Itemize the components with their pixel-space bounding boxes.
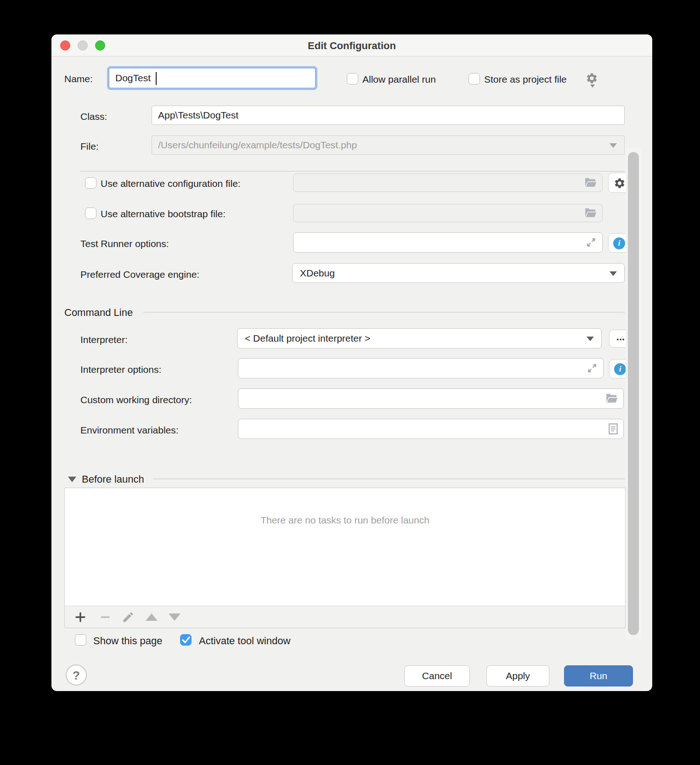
command-line-section-label: Command Line [64, 307, 133, 319]
apply-button[interactable]: Apply [486, 665, 549, 686]
before-launch-collapse-arrow[interactable] [68, 477, 76, 482]
file-combobox: /Users/chunfeilung/example/tests/DogTest… [152, 135, 625, 155]
class-value: App\Tests\DogTest [158, 110, 238, 121]
before-launch-section-label: Before launch [82, 473, 144, 485]
before-launch-section-line [153, 478, 625, 479]
use-alt-bootstrap-label: Use alternative bootstrap file: [101, 208, 226, 219]
interpreter-options-input[interactable] [238, 358, 604, 378]
move-task-up-button[interactable] [146, 613, 158, 626]
store-as-project-file-checkbox[interactable] [469, 73, 480, 84]
text-caret [156, 72, 157, 85]
file-value: /Users/chunfeilung/example/tests/DogTest… [158, 140, 357, 151]
interpreter-options-label: Interpreter options: [80, 364, 161, 375]
alt-bootstrap-path-input [293, 204, 603, 222]
interpreter-value: < Default project interpreter > [245, 333, 370, 344]
dropdown-arrow-icon [587, 337, 594, 341]
before-launch-task-list[interactable]: There are no tasks to run before launch [64, 488, 626, 628]
scrollbar-thumb[interactable] [628, 152, 639, 635]
allow-parallel-run-label: Allow parallel run [362, 74, 436, 85]
coverage-engine-dropdown[interactable]: XDebug [292, 263, 625, 283]
expand-field-icon[interactable] [586, 362, 598, 374]
task-list-toolbar [65, 606, 625, 628]
info-icon: i [613, 237, 625, 249]
show-this-page-label: Show this page [93, 635, 162, 647]
dialog-title: Edit Configuration [51, 40, 652, 52]
edit-task-button[interactable] [122, 611, 135, 624]
class-input[interactable]: App\Tests\DogTest [152, 106, 625, 125]
environment-variables-label: Environment variables: [80, 425, 179, 436]
coverage-engine-label: Preferred Coverage engine: [80, 269, 199, 280]
activate-tool-window-checkbox[interactable] [180, 634, 192, 646]
name-input[interactable]: DogTest [109, 68, 316, 88]
working-directory-label: Custom working directory: [80, 394, 192, 405]
open-folder-icon[interactable] [584, 177, 597, 188]
help-button[interactable]: ? [66, 664, 87, 686]
class-label: Class: [80, 111, 107, 122]
coverage-engine-value: XDebug [300, 268, 335, 279]
expand-field-icon[interactable] [585, 236, 597, 248]
chevron-down-icon [590, 84, 595, 88]
test-runner-options-input[interactable] [293, 232, 603, 253]
interpreter-dropdown[interactable]: < Default project interpreter > [237, 328, 602, 349]
alt-configuration-path-input [293, 174, 603, 192]
open-folder-icon[interactable] [605, 393, 618, 404]
store-settings-gear-icon[interactable] [586, 72, 598, 84]
use-alt-bootstrap-checkbox[interactable] [85, 208, 96, 219]
section-divider [80, 171, 625, 172]
open-folder-icon[interactable] [584, 208, 597, 219]
command-line-section-line [143, 312, 625, 313]
show-this-page-checkbox[interactable] [75, 634, 86, 646]
environment-variables-input[interactable] [238, 419, 624, 439]
use-alt-configuration-label: Use alternative configuration file: [101, 178, 241, 189]
add-task-button[interactable] [74, 611, 87, 624]
run-button[interactable]: Run [564, 665, 633, 686]
allow-parallel-run-checkbox[interactable] [347, 73, 358, 84]
desktop-background: Edit Configuration Name: DogTest Allow p… [0, 0, 700, 765]
cancel-button[interactable]: Cancel [404, 665, 470, 686]
info-icon: i [614, 363, 626, 375]
name-value: DogTest [115, 73, 151, 84]
file-label: File: [80, 141, 99, 152]
activate-tool-window-label: Activate tool window [199, 635, 290, 647]
test-runner-options-label: Test Runner options: [80, 238, 169, 249]
interpreter-label: Interpreter: [80, 334, 128, 345]
title-bar: Edit Configuration [51, 34, 652, 56]
name-label: Name: [64, 73, 93, 84]
remove-task-button[interactable] [99, 611, 112, 624]
file-dropdown-arrow-icon [610, 143, 617, 148]
move-task-down-button[interactable] [169, 613, 181, 626]
browse-variables-icon[interactable] [608, 423, 618, 435]
dropdown-arrow-icon [610, 271, 617, 276]
edit-configuration-dialog: Edit Configuration Name: DogTest Allow p… [51, 34, 652, 691]
working-directory-input[interactable] [238, 388, 624, 409]
empty-task-list-text: There are no tasks to run before launch [65, 515, 625, 526]
use-alt-configuration-checkbox[interactable] [85, 177, 96, 189]
store-as-project-file-label: Store as project file [484, 74, 567, 85]
